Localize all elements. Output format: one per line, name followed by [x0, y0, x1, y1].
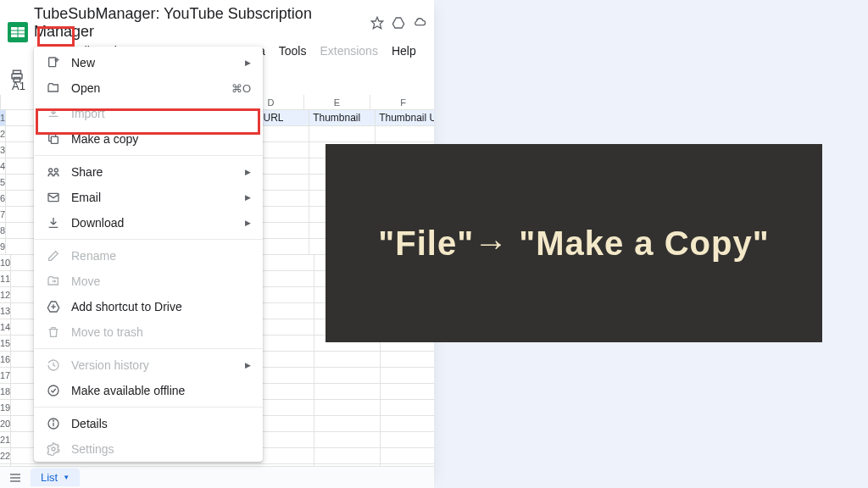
menu-item-label: Import [71, 107, 251, 120]
cell[interactable] [381, 400, 434, 415]
menu-item-add-shortcut-to-drive[interactable]: Add shortcut to Drive [34, 294, 263, 319]
row-number[interactable]: 16 [0, 352, 11, 367]
menu-separator [34, 155, 263, 156]
cell[interactable] [314, 352, 381, 367]
cell[interactable] [314, 400, 381, 415]
sheets-logo[interactable] [7, 18, 29, 47]
star-icon[interactable] [370, 15, 384, 30]
document-title[interactable]: TubeSubManager: YouTube Subscription Man… [34, 5, 363, 41]
cell[interactable] [381, 448, 434, 463]
row-number[interactable]: 9 [0, 239, 6, 254]
share-icon [46, 164, 61, 180]
svg-rect-9 [49, 58, 56, 67]
cell[interactable] [314, 368, 381, 383]
svg-point-18 [48, 385, 58, 396]
cell-reference[interactable]: A1 [7, 78, 31, 94]
chevron-right-icon: ▶ [245, 219, 251, 227]
menu-item-label: Version history [71, 358, 235, 372]
svg-point-13 [49, 169, 53, 172]
row-number[interactable]: 20 [0, 416, 11, 431]
menu-item-label: Share [71, 165, 235, 179]
chevron-right-icon: ▶ [245, 58, 251, 67]
menu-item-label: Details [71, 417, 251, 430]
menu-item-label: Settings [71, 442, 251, 456]
download-icon [46, 215, 61, 230]
offline-icon [46, 383, 61, 398]
move-to-drive-icon[interactable] [391, 15, 405, 30]
menu-tools[interactable]: Tools [273, 42, 313, 59]
svg-rect-12 [51, 136, 58, 143]
instruction-overlay: "File"→ "Make a Copy" [326, 144, 822, 342]
menu-item-label: Make available offline [71, 384, 251, 397]
cell[interactable] [381, 352, 434, 367]
import-icon [46, 106, 61, 121]
row-number[interactable]: 7 [0, 207, 6, 222]
row-number[interactable]: 14 [0, 319, 11, 335]
menu-help[interactable]: Help [386, 42, 422, 59]
instruction-text: "File"→ "Make a Copy" [378, 225, 769, 263]
menu-item-open[interactable]: Open⌘O [34, 75, 263, 101]
copy-icon [46, 131, 61, 147]
menu-extensions[interactable]: Extensions [314, 42, 383, 59]
sheet-tabs: List ▼ [0, 466, 434, 488]
menu-item-make-a-copy[interactable]: Make a copy [34, 126, 263, 152]
sheet-tab-label: List [41, 471, 58, 484]
menu-item-label: Make a copy [71, 132, 251, 146]
settings-icon [46, 441, 61, 457]
cell[interactable] [314, 384, 381, 399]
history-icon [46, 358, 61, 373]
menu-item-move-to-trash: Move to trash [34, 319, 263, 345]
cell[interactable] [309, 126, 376, 141]
cell[interactable] [381, 416, 434, 431]
menu-item-version-history: Version history▶ [34, 352, 263, 378]
menu-item-label: Move to trash [71, 325, 251, 339]
svg-point-14 [54, 169, 58, 172]
row-number[interactable]: 21 [0, 432, 11, 447]
menu-item-label: Add shortcut to Drive [71, 300, 251, 313]
menu-item-rename: Rename [34, 243, 263, 269]
cell[interactable] [381, 432, 434, 447]
chevron-right-icon: ▶ [245, 168, 251, 176]
row-number[interactable]: 4 [0, 158, 6, 174]
menu-item-label: Rename [71, 249, 251, 263]
row-number[interactable]: 12 [0, 287, 11, 302]
row-number[interactable]: 8 [0, 223, 6, 238]
cell[interactable] [314, 416, 381, 431]
row-number[interactable]: 11 [0, 271, 11, 286]
all-sheets-icon[interactable] [7, 469, 24, 486]
cell[interactable] [381, 384, 434, 399]
row-number[interactable]: 19 [0, 400, 11, 415]
menu-item-make-available-offline[interactable]: Make available offline [34, 378, 263, 403]
column-header[interactable]: F [370, 95, 434, 109]
menu-item-details[interactable]: Details [34, 411, 263, 436]
row-number[interactable]: 1 [0, 110, 6, 125]
menu-separator [34, 407, 263, 408]
cell[interactable] [381, 368, 434, 383]
cell[interactable] [376, 126, 434, 141]
row-number[interactable]: 5 [0, 175, 6, 190]
row-number[interactable]: 3 [0, 142, 6, 158]
row-number[interactable]: 18 [0, 384, 11, 399]
cell[interactable] [314, 432, 381, 447]
cloud-status-icon[interactable] [413, 15, 427, 30]
row-number[interactable]: 17 [0, 368, 11, 383]
column-header[interactable]: E [304, 95, 370, 109]
menu-item-email[interactable]: Email▶ [34, 185, 263, 210]
row-number[interactable]: 13 [0, 303, 11, 319]
sheet-tab-list[interactable]: List ▼ [31, 469, 80, 486]
row-number[interactable]: 15 [0, 336, 11, 351]
row-number[interactable]: 10 [0, 255, 11, 270]
row-number[interactable]: 22 [0, 448, 11, 463]
row-number[interactable]: 2 [0, 126, 6, 141]
menu-item-download[interactable]: Download▶ [34, 210, 263, 236]
row-number[interactable]: 6 [0, 191, 6, 206]
cell[interactable]: Thumbnail [309, 110, 376, 125]
menu-item-new[interactable]: New▶ [34, 50, 263, 75]
cell[interactable]: Thumbnail UR [376, 110, 434, 125]
svg-point-22 [52, 447, 55, 451]
chevron-right-icon: ▶ [245, 193, 251, 202]
cell[interactable] [314, 448, 381, 463]
menu-item-label: Open [71, 81, 221, 95]
menu-item-share[interactable]: Share▶ [34, 159, 263, 185]
chevron-down-icon[interactable]: ▼ [63, 474, 70, 481]
